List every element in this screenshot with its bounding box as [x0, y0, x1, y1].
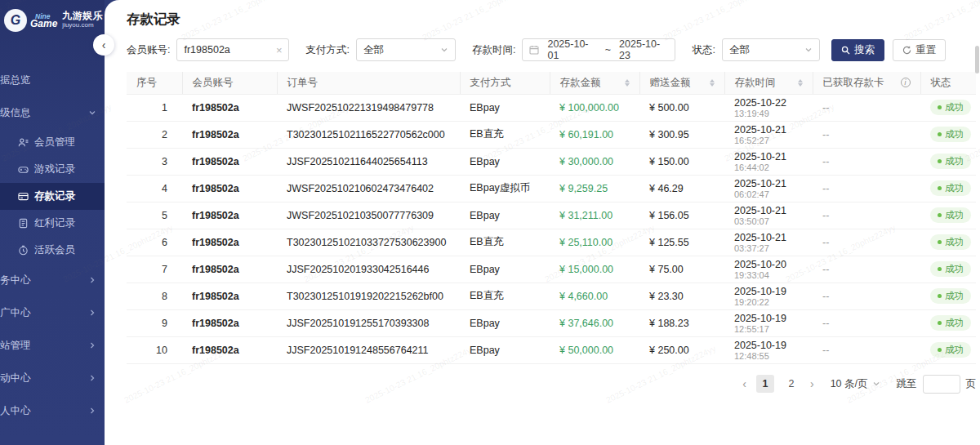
chevron-down-icon — [88, 109, 96, 117]
logo-game-text: Game — [30, 20, 57, 28]
cell-account: fr198502a — [182, 121, 277, 148]
cell-card: -- — [813, 256, 920, 283]
page-button-2[interactable]: 2 — [782, 375, 800, 393]
cell-bonus: ¥ 75.00 — [639, 256, 724, 283]
cell-account: fr198502a — [182, 202, 277, 229]
sort-icon[interactable] — [798, 79, 803, 87]
deposit-time-range-picker[interactable]: 2025-10-01 ~ 2025-10-23 — [522, 38, 675, 61]
sidebar-item-会员管理[interactable]: 会员管理 — [0, 129, 105, 156]
date-range-separator: ~ — [605, 44, 611, 56]
header-bonus-sortable[interactable]: 赠送金额 — [639, 72, 724, 94]
sidebar-item-存款记录[interactable]: 存款记录 — [0, 183, 105, 210]
sidebar-item-动中心[interactable]: 动中心 — [0, 362, 105, 394]
sidebar-item-label: 会员管理 — [34, 136, 75, 149]
sidebar-item-label: 人中心 — [0, 404, 31, 418]
scrollbar[interactable] — [975, 46, 979, 73]
reset-button-label: 重置 — [915, 43, 936, 57]
cell-amount: ¥ 4,660.00 — [550, 283, 639, 309]
status-dot-icon — [938, 240, 942, 244]
info-icon[interactable]: i — [901, 78, 911, 87]
cell-time-value: 12:55:17 — [734, 324, 803, 334]
table-row: 9fr198502aJJSF202510191255170393308EBpay… — [127, 309, 976, 336]
chevron-down-icon — [804, 46, 813, 54]
cell-status: 成功 — [920, 229, 976, 256]
cell-date-value: 2025-10-22 — [734, 97, 803, 109]
sidebar-item-游戏记录[interactable]: 游戏记录 — [0, 156, 105, 183]
reset-button[interactable]: 重置 — [893, 39, 946, 61]
sidebar-item-红利记录[interactable]: 红利记录 — [0, 210, 105, 237]
cell-status: 成功 — [920, 148, 976, 175]
sort-icon[interactable] — [710, 79, 715, 87]
search-button[interactable]: 搜索 — [831, 39, 884, 61]
cell-method: EBpay — [460, 148, 550, 175]
cell-order: JWSF202510221319498479778 — [277, 94, 460, 121]
status-text: 成功 — [945, 317, 964, 329]
calendar-icon — [529, 45, 539, 55]
page-button-1[interactable]: 1 — [756, 375, 774, 393]
cell-order: T30230125101919202215262bf00 — [277, 283, 460, 309]
cell-account: fr198502a — [182, 148, 277, 175]
status-text: 成功 — [945, 236, 964, 248]
cell-status: 成功 — [920, 283, 976, 309]
sidebar-item-据总览[interactable]: 据总览 — [0, 64, 105, 96]
cell-amount: ¥ 15,000.00 — [550, 256, 639, 283]
status-badge: 成功 — [930, 288, 971, 304]
table-row: 5fr198502aJWSF202510210350077776309EBpay… — [127, 202, 976, 229]
cell-date-value: 2025-10-21 — [734, 178, 803, 189]
cell-bonus: ¥ 150.00 — [639, 148, 724, 175]
next-page-button[interactable]: › — [808, 377, 816, 390]
sidebar-collapse-button[interactable]: ‹ — [93, 34, 114, 56]
page-size-select[interactable]: 10 条/页 — [831, 377, 880, 391]
cell-status: 成功 — [920, 336, 976, 363]
cell-time-value: 06:02:47 — [734, 189, 803, 199]
sort-icon[interactable] — [625, 79, 630, 87]
cell-account: fr198502a — [182, 309, 277, 336]
cell-account: fr198502a — [182, 175, 277, 202]
clear-icon[interactable]: × — [276, 44, 283, 56]
cell-status: 成功 — [920, 175, 976, 202]
cell-bonus: ¥ 500.00 — [639, 94, 724, 121]
sidebar: G Nine Game 九游娱乐 jiuyou.com 据总览级信息会员管理游戏… — [0, 0, 105, 445]
cell-bonus: ¥ 188.23 — [639, 309, 724, 336]
cell-method: EBpay虚拟币 — [460, 175, 550, 202]
cell-status: 成功 — [920, 202, 976, 229]
sidebar-item-广中心[interactable]: 广中心 — [0, 296, 105, 329]
sidebar-item-级信息[interactable]: 级信息 — [0, 96, 105, 129]
status-badge: 成功 — [930, 342, 971, 358]
logo[interactable]: G Nine Game 九游娱乐 jiuyou.com — [0, 0, 105, 41]
card-icon — [18, 191, 29, 202]
sidebar-item-活跃会员[interactable]: 活跃会员 — [0, 237, 105, 264]
cell-method: EB直充 — [460, 283, 550, 309]
jump-page-input[interactable] — [923, 375, 960, 394]
cell-amount: ¥ 25,110.00 — [550, 229, 639, 256]
header-amount-sortable[interactable]: 存款金额 — [550, 72, 639, 94]
sidebar-item-人中心[interactable]: 人中心 — [0, 394, 105, 427]
header-time-sortable[interactable]: 存款时间 — [724, 72, 813, 94]
status-dot-icon — [938, 186, 942, 190]
status-select[interactable]: 全部 — [722, 38, 820, 61]
prev-page-button[interactable]: ‹ — [741, 377, 748, 390]
cell-bonus: ¥ 300.95 — [639, 121, 724, 148]
payment-method-select[interactable]: 全部 — [356, 38, 456, 61]
cell-no: 6 — [127, 229, 182, 256]
status-dot-icon — [938, 321, 942, 325]
chevron-right-icon — [88, 276, 96, 284]
chevron-right-icon — [88, 309, 96, 317]
status-dot-icon — [938, 294, 942, 298]
cell-time: 2025-10-2116:44:02 — [724, 148, 813, 175]
sidebar-item-label: 游戏记录 — [34, 162, 75, 176]
cell-order: JJSF202510211644025654113 — [277, 148, 460, 175]
date-range-start: 2025-10-01 — [547, 38, 596, 61]
sidebar-item-站管理[interactable]: 站管理 — [0, 329, 105, 362]
cell-method: EB直充 — [460, 121, 550, 148]
member-account-input[interactable]: fr198502a × — [176, 38, 289, 61]
table-row: 2fr198502aT30230125102116522770562c000EB… — [127, 121, 976, 148]
status-text: 成功 — [945, 209, 964, 221]
cell-status: 成功 — [920, 256, 976, 283]
sidebar-item-label: 站管理 — [0, 339, 31, 353]
logo-wordmark: Nine Game — [30, 13, 57, 28]
cell-order: JWSF202510210350077776309 — [277, 202, 460, 229]
cell-no: 5 — [127, 202, 182, 229]
sidebar-item-务中心[interactable]: 务中心 — [0, 264, 105, 296]
status-text: 成功 — [945, 155, 964, 167]
